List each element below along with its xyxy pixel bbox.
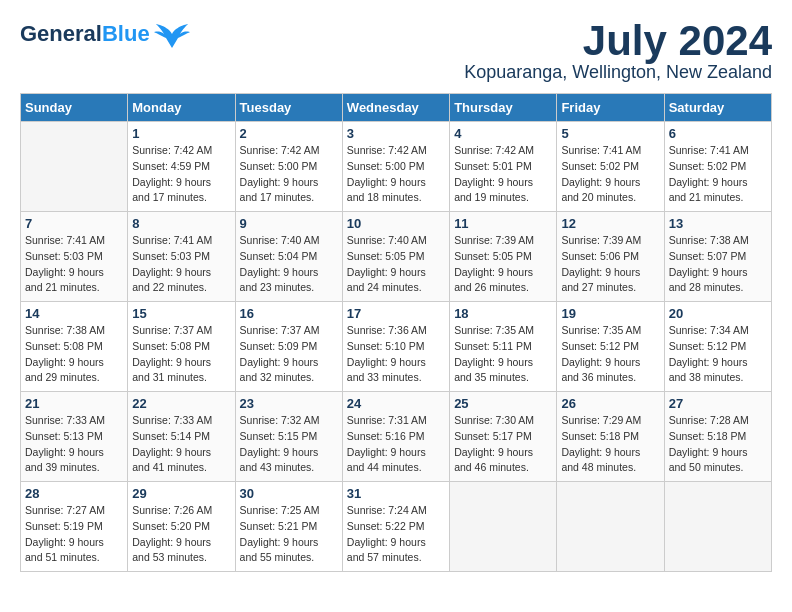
day-info: Sunrise: 7:34 AMSunset: 5:12 PMDaylight:…: [669, 323, 767, 386]
day-number: 4: [454, 126, 552, 141]
day-number: 25: [454, 396, 552, 411]
day-number: 6: [669, 126, 767, 141]
calendar-cell: 7Sunrise: 7:41 AMSunset: 5:03 PMDaylight…: [21, 212, 128, 302]
day-info: Sunrise: 7:42 AMSunset: 5:00 PMDaylight:…: [240, 143, 338, 206]
day-info: Sunrise: 7:40 AMSunset: 5:05 PMDaylight:…: [347, 233, 445, 296]
calendar-cell: [557, 482, 664, 572]
day-info: Sunrise: 7:27 AMSunset: 5:19 PMDaylight:…: [25, 503, 123, 566]
day-number: 2: [240, 126, 338, 141]
day-number: 24: [347, 396, 445, 411]
title-block: July 2024 Kopuaranga, Wellington, New Ze…: [464, 20, 772, 83]
calendar-row-2: 7Sunrise: 7:41 AMSunset: 5:03 PMDaylight…: [21, 212, 772, 302]
day-number: 21: [25, 396, 123, 411]
calendar-header: SundayMondayTuesdayWednesdayThursdayFrid…: [21, 94, 772, 122]
day-number: 31: [347, 486, 445, 501]
day-info: Sunrise: 7:35 AMSunset: 5:12 PMDaylight:…: [561, 323, 659, 386]
calendar-row-1: 1Sunrise: 7:42 AMSunset: 4:59 PMDaylight…: [21, 122, 772, 212]
logo-bird-icon: [154, 20, 190, 48]
day-number: 30: [240, 486, 338, 501]
day-info: Sunrise: 7:39 AMSunset: 5:06 PMDaylight:…: [561, 233, 659, 296]
calendar-cell: 18Sunrise: 7:35 AMSunset: 5:11 PMDayligh…: [450, 302, 557, 392]
calendar-cell: 1Sunrise: 7:42 AMSunset: 4:59 PMDaylight…: [128, 122, 235, 212]
day-info: Sunrise: 7:37 AMSunset: 5:08 PMDaylight:…: [132, 323, 230, 386]
calendar-cell: [21, 122, 128, 212]
page-header: GeneralBlue July 2024 Kopuaranga, Wellin…: [20, 20, 772, 83]
day-info: Sunrise: 7:40 AMSunset: 5:04 PMDaylight:…: [240, 233, 338, 296]
day-number: 19: [561, 306, 659, 321]
calendar-row-4: 21Sunrise: 7:33 AMSunset: 5:13 PMDayligh…: [21, 392, 772, 482]
calendar-cell: 26Sunrise: 7:29 AMSunset: 5:18 PMDayligh…: [557, 392, 664, 482]
day-info: Sunrise: 7:35 AMSunset: 5:11 PMDaylight:…: [454, 323, 552, 386]
calendar-cell: 27Sunrise: 7:28 AMSunset: 5:18 PMDayligh…: [664, 392, 771, 482]
day-info: Sunrise: 7:36 AMSunset: 5:10 PMDaylight:…: [347, 323, 445, 386]
day-number: 7: [25, 216, 123, 231]
day-info: Sunrise: 7:33 AMSunset: 5:13 PMDaylight:…: [25, 413, 123, 476]
header-cell-wednesday: Wednesday: [342, 94, 449, 122]
day-number: 23: [240, 396, 338, 411]
calendar-cell: 4Sunrise: 7:42 AMSunset: 5:01 PMDaylight…: [450, 122, 557, 212]
calendar-cell: 3Sunrise: 7:42 AMSunset: 5:00 PMDaylight…: [342, 122, 449, 212]
day-info: Sunrise: 7:31 AMSunset: 5:16 PMDaylight:…: [347, 413, 445, 476]
calendar-cell: 17Sunrise: 7:36 AMSunset: 5:10 PMDayligh…: [342, 302, 449, 392]
calendar-cell: 10Sunrise: 7:40 AMSunset: 5:05 PMDayligh…: [342, 212, 449, 302]
calendar-cell: 12Sunrise: 7:39 AMSunset: 5:06 PMDayligh…: [557, 212, 664, 302]
calendar-cell: 28Sunrise: 7:27 AMSunset: 5:19 PMDayligh…: [21, 482, 128, 572]
calendar-cell: 30Sunrise: 7:25 AMSunset: 5:21 PMDayligh…: [235, 482, 342, 572]
calendar-cell: 16Sunrise: 7:37 AMSunset: 5:09 PMDayligh…: [235, 302, 342, 392]
calendar-cell: 14Sunrise: 7:38 AMSunset: 5:08 PMDayligh…: [21, 302, 128, 392]
day-info: Sunrise: 7:26 AMSunset: 5:20 PMDaylight:…: [132, 503, 230, 566]
calendar-cell: 11Sunrise: 7:39 AMSunset: 5:05 PMDayligh…: [450, 212, 557, 302]
day-info: Sunrise: 7:41 AMSunset: 5:03 PMDaylight:…: [132, 233, 230, 296]
day-number: 15: [132, 306, 230, 321]
calendar-cell: 21Sunrise: 7:33 AMSunset: 5:13 PMDayligh…: [21, 392, 128, 482]
calendar-cell: 2Sunrise: 7:42 AMSunset: 5:00 PMDaylight…: [235, 122, 342, 212]
calendar-cell: 19Sunrise: 7:35 AMSunset: 5:12 PMDayligh…: [557, 302, 664, 392]
day-info: Sunrise: 7:25 AMSunset: 5:21 PMDaylight:…: [240, 503, 338, 566]
header-cell-friday: Friday: [557, 94, 664, 122]
day-number: 12: [561, 216, 659, 231]
calendar-cell: 23Sunrise: 7:32 AMSunset: 5:15 PMDayligh…: [235, 392, 342, 482]
day-info: Sunrise: 7:38 AMSunset: 5:08 PMDaylight:…: [25, 323, 123, 386]
day-number: 10: [347, 216, 445, 231]
calendar-cell: 24Sunrise: 7:31 AMSunset: 5:16 PMDayligh…: [342, 392, 449, 482]
logo: GeneralBlue: [20, 20, 190, 48]
calendar-cell: 20Sunrise: 7:34 AMSunset: 5:12 PMDayligh…: [664, 302, 771, 392]
day-number: 18: [454, 306, 552, 321]
day-info: Sunrise: 7:39 AMSunset: 5:05 PMDaylight:…: [454, 233, 552, 296]
day-info: Sunrise: 7:38 AMSunset: 5:07 PMDaylight:…: [669, 233, 767, 296]
day-info: Sunrise: 7:41 AMSunset: 5:02 PMDaylight:…: [561, 143, 659, 206]
calendar-cell: 31Sunrise: 7:24 AMSunset: 5:22 PMDayligh…: [342, 482, 449, 572]
calendar-cell: 5Sunrise: 7:41 AMSunset: 5:02 PMDaylight…: [557, 122, 664, 212]
calendar-table: SundayMondayTuesdayWednesdayThursdayFrid…: [20, 93, 772, 572]
day-info: Sunrise: 7:33 AMSunset: 5:14 PMDaylight:…: [132, 413, 230, 476]
calendar-cell: [450, 482, 557, 572]
day-number: 16: [240, 306, 338, 321]
day-number: 5: [561, 126, 659, 141]
day-info: Sunrise: 7:30 AMSunset: 5:17 PMDaylight:…: [454, 413, 552, 476]
header-cell-monday: Monday: [128, 94, 235, 122]
day-number: 3: [347, 126, 445, 141]
day-number: 14: [25, 306, 123, 321]
calendar-cell: [664, 482, 771, 572]
day-number: 20: [669, 306, 767, 321]
calendar-body: 1Sunrise: 7:42 AMSunset: 4:59 PMDaylight…: [21, 122, 772, 572]
month-title: July 2024: [464, 20, 772, 62]
header-row: SundayMondayTuesdayWednesdayThursdayFrid…: [21, 94, 772, 122]
day-info: Sunrise: 7:41 AMSunset: 5:02 PMDaylight:…: [669, 143, 767, 206]
calendar-cell: 9Sunrise: 7:40 AMSunset: 5:04 PMDaylight…: [235, 212, 342, 302]
day-number: 29: [132, 486, 230, 501]
day-number: 28: [25, 486, 123, 501]
day-info: Sunrise: 7:37 AMSunset: 5:09 PMDaylight:…: [240, 323, 338, 386]
day-number: 11: [454, 216, 552, 231]
calendar-row-5: 28Sunrise: 7:27 AMSunset: 5:19 PMDayligh…: [21, 482, 772, 572]
calendar-cell: 8Sunrise: 7:41 AMSunset: 5:03 PMDaylight…: [128, 212, 235, 302]
day-info: Sunrise: 7:41 AMSunset: 5:03 PMDaylight:…: [25, 233, 123, 296]
day-number: 8: [132, 216, 230, 231]
day-info: Sunrise: 7:42 AMSunset: 5:00 PMDaylight:…: [347, 143, 445, 206]
day-number: 1: [132, 126, 230, 141]
day-info: Sunrise: 7:29 AMSunset: 5:18 PMDaylight:…: [561, 413, 659, 476]
calendar-cell: 29Sunrise: 7:26 AMSunset: 5:20 PMDayligh…: [128, 482, 235, 572]
day-number: 27: [669, 396, 767, 411]
day-info: Sunrise: 7:42 AMSunset: 4:59 PMDaylight:…: [132, 143, 230, 206]
day-number: 17: [347, 306, 445, 321]
